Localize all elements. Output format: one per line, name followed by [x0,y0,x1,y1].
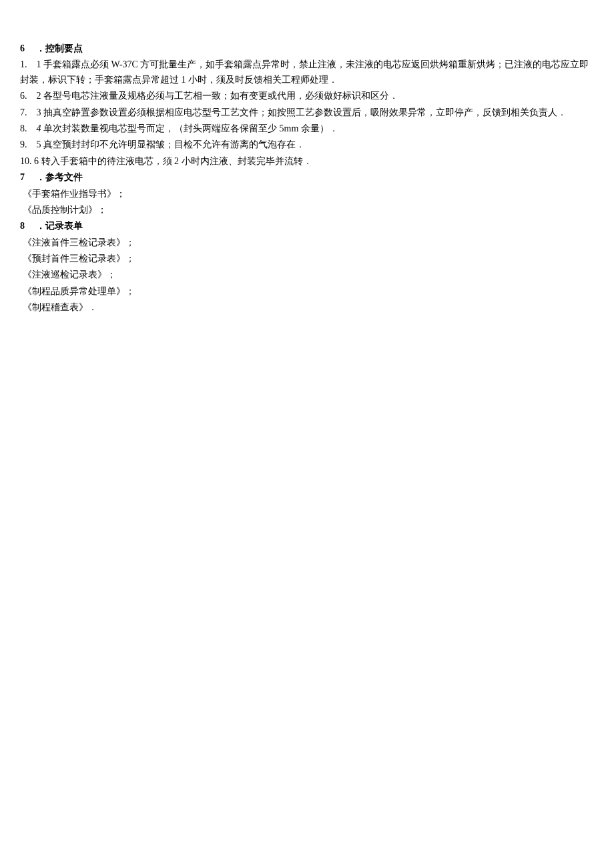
section-8-item-2: 《预封首件三检记录表》； [20,252,594,266]
section-8-item-5: 《制程稽查表》． [20,300,594,315]
section-6-heading: 6．控制要点 [20,41,594,56]
section-7-num: 7 [20,170,36,185]
section-6-title: ．控制要点 [36,43,83,53]
section-8-num: 8 [20,219,36,234]
section-7-item-1: 《手套箱作业指导书》； [20,187,594,201]
section-7-item-2: 《品质控制计划》； [20,203,594,218]
section-6-item-6: 10. 6 转入手套箱中的待注液电芯，须 2 小时内注液、封装完毕并流转． [20,154,594,169]
document-content: 6．控制要点 1. 1 手套箱露点必须 W-37C 方可批量生产，如手套箱露点异… [20,41,594,316]
section-6-num: 6 [20,41,36,56]
section-6-item-4: 8. 4 单次封装数量视电芯型号而定，（封头两端应各保留至少 5mm 余量）． [20,121,594,136]
section-6-item-3: 7. 3 抽真空静置参数设置必须根据相应电芯型号工艺文件；如按照工艺参数设置后，… [20,105,594,120]
item-4-text: 单次封装数量视电芯型号而定，（封头两端应各保留至少 5mm 余量）． [43,123,338,133]
section-8-title: ．记录表单 [36,221,83,231]
item-4-prefix: 8. [20,123,37,133]
section-7-heading: 7．参考文件 [20,170,594,185]
item-4-italic: 4 [37,123,44,133]
section-7-title: ．参考文件 [36,172,83,182]
section-8-heading: 8．记录表单 [20,219,594,234]
section-6-item-5: 9. 5 真空预封封印不允许明显褶皱；目检不允许有游离的气泡存在． [20,137,594,152]
section-8-item-3: 《注液巡检记录表》； [20,268,594,282]
section-6-item-2: 6. 2 各型号电芯注液量及规格必须与工艺相一致；如有变更或代用，必须做好标识和… [20,89,594,103]
section-8-item-4: 《制程品质异常处理单》； [20,284,594,299]
section-8-item-1: 《注液首件三检记录表》； [20,236,594,250]
section-6-item-1: 1. 1 手套箱露点必须 W-37C 方可批量生产，如手套箱露点异常时，禁止注液… [20,57,594,87]
